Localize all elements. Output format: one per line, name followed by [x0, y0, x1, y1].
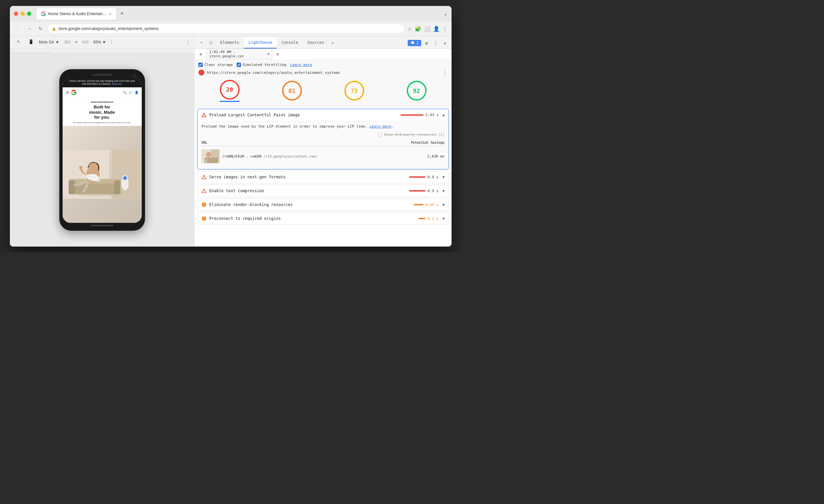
best-practices-score-value: 73 — [351, 87, 358, 94]
audit-preload-lcp-desc: Preload the image used by the LCP elemen… — [201, 124, 445, 129]
more-tabs-button[interactable]: » — [329, 37, 336, 48]
score-best-practices: 73 — [344, 81, 364, 101]
close-button[interactable] — [14, 11, 18, 16]
device-toggle[interactable]: 📱 — [26, 37, 35, 46]
audit-time-selector[interactable]: 1:01:49 AM - store.google.cor ▼ — [206, 49, 272, 59]
devtools-actions: 💬 2 ⚙ ⋮ ✕ — [408, 39, 449, 47]
settings-icon[interactable]: ⚙ — [423, 39, 430, 47]
audit-url-path: /rbNNiE4oM...=w680 — [222, 154, 262, 159]
add-audit-button[interactable]: + — [197, 51, 204, 58]
learn-more-link[interactable]: Learn more — [290, 63, 312, 67]
phone-notch-bar — [63, 73, 142, 78]
tab-console[interactable]: Console — [277, 37, 303, 48]
viewport-icons: ⋮ — [186, 40, 190, 45]
dim-separator: 360 — [64, 40, 71, 44]
search-icon[interactable]: 🔍 — [123, 91, 126, 94]
hamburger-icon[interactable]: ☰ — [66, 91, 69, 94]
profile-avatar[interactable]: 👤 — [433, 26, 440, 32]
clear-storage-label[interactable]: Clear storage — [198, 63, 233, 67]
maximize-button[interactable] — [27, 11, 31, 16]
thumbnail-image — [201, 149, 219, 163]
pointer-tool[interactable]: ↖ — [14, 37, 23, 46]
audit-preload-lcp-time: 2.43 s — [425, 113, 439, 117]
tab-elements[interactable]: Elements — [216, 37, 244, 48]
third-party-checkbox[interactable] — [378, 132, 382, 137]
audit-preconnect-header[interactable]: ! Preconnect to required origins 0.3 s ▼ — [197, 213, 448, 224]
issues-badge[interactable]: 💬 2 — [408, 40, 421, 46]
minimize-button[interactable] — [20, 11, 25, 16]
audit-preload-lcp: ! Preload Largest Contentful Paint image… — [197, 109, 449, 170]
audit-render-blocking-header[interactable]: ! Eliminate render-blocking resources 0.… — [197, 199, 448, 211]
audit-preconnect-chevron[interactable]: ▼ — [442, 217, 445, 221]
clear-storage-text: Clear storage — [204, 63, 233, 67]
lighthouse-url-menu[interactable]: ⋮ — [442, 70, 447, 76]
throttling-label[interactable]: Simulated throttling — [237, 63, 286, 67]
device-selector[interactable]: Moto G4 ▼ — [39, 40, 59, 44]
devtools-menu-icon[interactable]: ⋮ — [432, 39, 440, 47]
zoom-selector[interactable]: 65% ▼ — [93, 40, 106, 44]
extensions-icon[interactable]: 🧩 — [415, 26, 421, 32]
reload-button[interactable]: ↻ — [36, 24, 45, 33]
issues-count: 2 — [416, 41, 419, 45]
ruler-mark — [16, 52, 19, 53]
menu-icon[interactable]: ⋮ — [442, 26, 447, 32]
audit-next-gen-header[interactable]: ! Serve images in next-gen formats 0.9 s… — [197, 171, 448, 183]
ruler-mark — [24, 52, 27, 53]
throttling-checkbox[interactable] — [237, 63, 241, 67]
audit-text-compression-chevron[interactable]: ▼ — [442, 189, 445, 193]
tab-sources[interactable]: Sources — [303, 37, 329, 48]
svg-rect-6 — [69, 180, 75, 194]
new-tab-button[interactable]: + — [117, 9, 126, 18]
phone-image-area — [63, 126, 142, 222]
tab-title: Home Stereo & Audio Entertain... — [48, 11, 106, 16]
clear-audit-button[interactable]: ⊘ — [274, 51, 282, 58]
audit-preload-lcp-title: Preload Largest Contentful Paint image — [209, 113, 398, 117]
profile-icon[interactable]: ⌄ — [443, 11, 447, 17]
audit-desc-text: Preload the image used by the LCP elemen… — [201, 124, 367, 128]
ruler-mark — [35, 52, 37, 53]
ruler-mark — [11, 52, 14, 53]
audit-render-blocking-chevron[interactable]: ▼ — [442, 203, 445, 207]
back-button[interactable]: ← — [14, 24, 22, 33]
forward-button[interactable]: → — [25, 24, 34, 33]
close-devtools-button[interactable]: ✕ — [441, 39, 449, 47]
audit-preconnect: ! Preconnect to required origins 0.3 s ▼ — [197, 212, 449, 225]
warning-icon-2: ! — [201, 174, 207, 180]
audit-url-label: store.google.cor — [209, 54, 244, 58]
audit-preload-lcp-header[interactable]: ! Preload Largest Contentful Paint image… — [197, 109, 448, 121]
more-options-icon[interactable]: ⋮ — [186, 40, 190, 45]
audit-preload-lcp-bar: 2.43 s — [401, 113, 439, 117]
cursor-tool[interactable]: ↖ — [197, 38, 206, 47]
phone-banner-link[interactable]: Shop now — [112, 83, 122, 85]
audit-bar-short-red — [409, 176, 425, 178]
audit-preload-lcp-chevron[interactable]: ▲ — [442, 113, 445, 117]
chrome-cast-icon[interactable]: ⬜ — [424, 26, 430, 32]
active-tab[interactable]: Home Stereo & Audio Entertain... × — [36, 8, 116, 19]
svg-point-10 — [79, 166, 82, 170]
score-accessibility: 81 — [282, 81, 302, 101]
url-bar[interactable]: 🔒 store.google.com/category/audio_entert… — [47, 24, 405, 34]
account-icon[interactable]: 👤 — [134, 91, 138, 94]
inspect-tool[interactable]: □ — [206, 38, 216, 47]
tab-lighthouse[interactable]: Lighthouse — [244, 37, 277, 48]
audit-time-value: 1:01:49 AM — [209, 50, 231, 54]
third-party-check[interactable]: Show 3rd-party resources (1) — [378, 132, 445, 137]
tab-close-button[interactable]: × — [109, 12, 111, 16]
ruler-mark — [37, 52, 40, 53]
audit-next-gen-chevron[interactable]: ▼ — [442, 175, 445, 179]
audit-render-blocking-bar: 0.49 s — [414, 203, 439, 207]
audit-url-short: - — [233, 50, 236, 54]
toolbar-separator: | — [111, 39, 112, 45]
svg-point-9 — [88, 163, 98, 173]
traffic-lights — [14, 11, 31, 16]
cart-icon[interactable]: 🛒 — [128, 91, 132, 94]
phone-frame: There's still time. Get free two-day shi… — [59, 69, 145, 231]
viewport-toolbar: ↖ 📱 Moto G4 ▼ 360 × 640 65% ▼ | ⋮ — [10, 36, 194, 49]
audit-url-hostname: (lh3.googleusercontent.com) — [264, 155, 317, 158]
third-party-label: Show 3rd-party resources — [384, 132, 436, 137]
ruler-mark — [19, 52, 22, 53]
bookmark-icon[interactable]: ☆ — [407, 26, 412, 32]
audit-text-compression-header[interactable]: ! Enable text compression 0.9 s ▼ — [197, 185, 448, 197]
clear-storage-checkbox[interactable] — [198, 63, 203, 67]
audit-learn-more-link[interactable]: Learn more — [370, 124, 391, 128]
